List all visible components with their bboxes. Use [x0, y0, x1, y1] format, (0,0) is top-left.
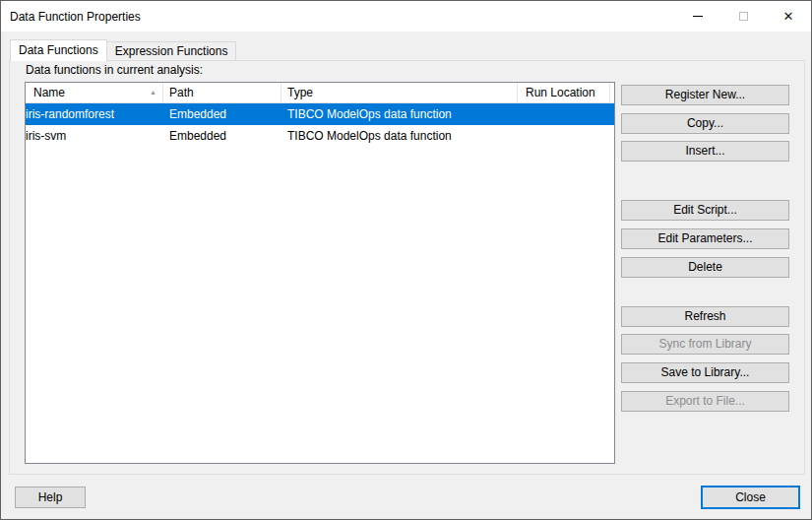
table-row[interactable]: iris-svm Embedded TIBCO ModelOps data fu…	[26, 125, 614, 147]
help-button[interactable]: Help	[15, 487, 86, 508]
maximize-button	[720, 1, 766, 32]
sort-ascending-icon: ▲	[150, 83, 156, 102]
tab-label: Data Functions	[19, 43, 98, 57]
table-row[interactable]: iris-randomforest Embedded TIBCO ModelOp…	[26, 103, 614, 125]
cell-path: Embedded	[163, 103, 281, 125]
tab-data-functions[interactable]: Data Functions	[10, 39, 107, 61]
list-label: Data functions in current analysis:	[26, 63, 203, 77]
export-to-file-button: Export to File...	[621, 391, 789, 412]
column-header-label: Name	[33, 86, 65, 99]
cell-run-location	[518, 103, 610, 125]
column-header-label: Run Location	[526, 86, 595, 99]
column-header-path[interactable]: Path	[163, 83, 281, 102]
copy-button[interactable]: Copy...	[621, 113, 789, 134]
cell-type: TIBCO ModelOps data function	[281, 103, 518, 125]
column-header-type[interactable]: Type	[281, 83, 518, 102]
column-header-name[interactable]: Name ▲	[26, 83, 163, 102]
column-header-label: Type	[287, 86, 313, 99]
delete-button[interactable]: Delete	[621, 257, 789, 278]
cell-run-location	[518, 125, 610, 147]
sync-from-library-button: Sync from Library	[621, 334, 789, 355]
titlebar-close-button[interactable]: ✕	[766, 1, 811, 32]
data-functions-table: Name ▲ Path Type Run Location iris-rando…	[25, 82, 615, 464]
maximize-icon	[739, 12, 748, 21]
column-header-label: Path	[169, 86, 194, 99]
minimize-icon	[693, 16, 703, 17]
minimize-button[interactable]	[675, 1, 720, 32]
cell-type: TIBCO ModelOps data function	[281, 125, 518, 147]
dialog-titlebar: Data Function Properties ✕	[1, 1, 811, 32]
save-to-library-button[interactable]: Save to Library...	[621, 362, 789, 383]
edit-parameters-button[interactable]: Edit Parameters...	[621, 228, 789, 249]
cell-name: iris-svm	[26, 125, 163, 147]
table-header: Name ▲ Path Type Run Location	[26, 83, 614, 103]
dialog-title: Data Function Properties	[1, 10, 675, 24]
edit-script-button[interactable]: Edit Script...	[621, 200, 789, 221]
close-icon: ✕	[783, 10, 794, 23]
column-header-run-location[interactable]: Run Location	[518, 83, 610, 102]
data-function-properties-dialog: Data Function Properties ✕ Data Function…	[0, 0, 812, 520]
tab-label: Expression Functions	[115, 44, 228, 58]
close-button[interactable]: Close	[701, 486, 800, 509]
tab-strip: Data Functions Expression Functions	[10, 39, 236, 61]
tab-expression-functions[interactable]: Expression Functions	[107, 41, 237, 60]
cell-path: Embedded	[163, 125, 281, 147]
caption-buttons: ✕	[675, 1, 811, 32]
insert-button[interactable]: Insert...	[621, 141, 789, 162]
register-new-button[interactable]: Register New...	[621, 85, 789, 105]
refresh-button[interactable]: Refresh	[621, 306, 789, 327]
cell-name: iris-randomforest	[26, 103, 163, 125]
